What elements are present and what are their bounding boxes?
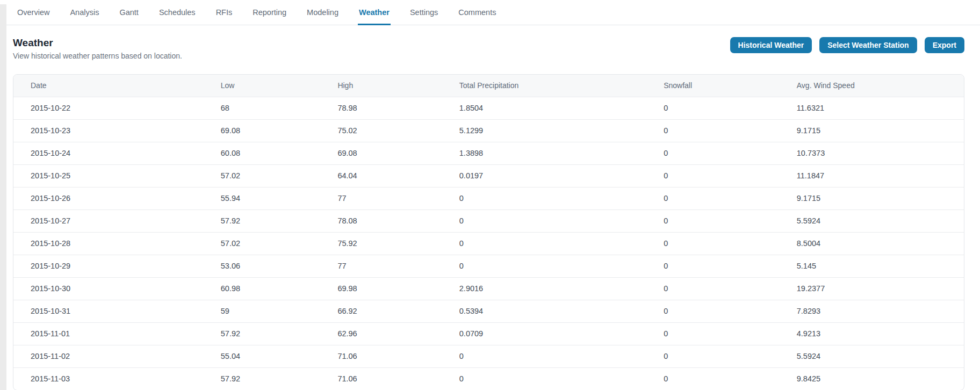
table-row: 2015-10-2460.0869.081.3898010.7373 bbox=[13, 142, 964, 164]
cell-avg-wind-speed: 9.8425 bbox=[780, 367, 964, 390]
cell-snowfall: 0 bbox=[646, 210, 780, 232]
cell-snowfall: 0 bbox=[646, 345, 780, 367]
main-container: OverviewAnalysisGanttSchedulesRFIsReport… bbox=[6, 0, 980, 390]
page-subtitle: View historical weather patterns based o… bbox=[13, 50, 182, 61]
cell-snowfall: 0 bbox=[646, 322, 780, 345]
tab-modeling[interactable]: Modeling bbox=[306, 8, 340, 25]
cell-snowfall: 0 bbox=[646, 119, 780, 142]
table-row: 2015-10-2757.9278.08005.5924 bbox=[13, 210, 964, 232]
cell-high: 77 bbox=[320, 255, 442, 277]
action-buttons: Historical WeatherSelect Weather Station… bbox=[730, 37, 964, 53]
column-header-avg-wind-speed: Avg. Wind Speed bbox=[780, 75, 964, 97]
cell-high: 75.92 bbox=[320, 232, 442, 255]
cell-low: 59 bbox=[204, 300, 321, 322]
cell-low: 55.94 bbox=[204, 187, 321, 210]
cell-snowfall: 0 bbox=[646, 232, 780, 255]
page-header-text: Weather View historical weather patterns… bbox=[13, 37, 182, 61]
cell-date: 2015-10-25 bbox=[13, 164, 204, 187]
table-row: 2015-10-226878.981.8504011.6321 bbox=[13, 97, 964, 119]
cell-snowfall: 0 bbox=[646, 300, 780, 322]
cell-avg-wind-speed: 5.145 bbox=[780, 255, 964, 277]
cell-snowfall: 0 bbox=[646, 164, 780, 187]
cell-low: 69.08 bbox=[204, 119, 321, 142]
table-row: 2015-10-2857.0275.92008.5004 bbox=[13, 232, 964, 255]
tab-reporting[interactable]: Reporting bbox=[251, 8, 287, 25]
cell-snowfall: 0 bbox=[646, 367, 780, 390]
page-header: Weather View historical weather patterns… bbox=[13, 37, 964, 61]
cell-date: 2015-11-03 bbox=[13, 367, 204, 390]
cell-low: 57.92 bbox=[204, 322, 321, 345]
cell-total-precipitation: 0 bbox=[442, 345, 646, 367]
cell-avg-wind-speed: 5.5924 bbox=[780, 345, 964, 367]
tab-schedules[interactable]: Schedules bbox=[158, 8, 197, 25]
weather-table-container: DateLowHighTotal PrecipitationSnowfallAv… bbox=[13, 74, 964, 390]
cell-total-precipitation: 0 bbox=[442, 210, 646, 232]
cell-high: 77 bbox=[320, 187, 442, 210]
cell-avg-wind-speed: 8.5004 bbox=[780, 232, 964, 255]
cell-snowfall: 0 bbox=[646, 142, 780, 164]
cell-date: 2015-10-26 bbox=[13, 187, 204, 210]
historical-weather-button[interactable]: Historical Weather bbox=[730, 37, 812, 53]
cell-avg-wind-speed: 7.8293 bbox=[780, 300, 964, 322]
cell-high: 78.98 bbox=[320, 97, 442, 119]
cell-high: 78.08 bbox=[320, 210, 442, 232]
cell-snowfall: 0 bbox=[646, 255, 780, 277]
table-row: 2015-11-0357.9271.06009.8425 bbox=[13, 367, 964, 390]
cell-snowfall: 0 bbox=[646, 187, 780, 210]
cell-snowfall: 0 bbox=[646, 97, 780, 119]
cell-avg-wind-speed: 4.9213 bbox=[780, 322, 964, 345]
cell-low: 55.04 bbox=[204, 345, 321, 367]
column-header-total-precipitation: Total Precipitation bbox=[442, 75, 646, 97]
cell-low: 60.08 bbox=[204, 142, 321, 164]
column-header-snowfall: Snowfall bbox=[646, 75, 780, 97]
export-button[interactable]: Export bbox=[925, 37, 964, 53]
table-row: 2015-10-2953.0677005.145 bbox=[13, 255, 964, 277]
cell-date: 2015-10-31 bbox=[13, 300, 204, 322]
tab-overview[interactable]: Overview bbox=[16, 8, 51, 25]
cell-total-precipitation: 5.1299 bbox=[442, 119, 646, 142]
cell-high: 66.92 bbox=[320, 300, 442, 322]
cell-high: 62.96 bbox=[320, 322, 442, 345]
tab-rfis[interactable]: RFIs bbox=[215, 8, 234, 25]
cell-date: 2015-10-24 bbox=[13, 142, 204, 164]
tab-comments[interactable]: Comments bbox=[457, 8, 497, 25]
cell-avg-wind-speed: 9.1715 bbox=[780, 187, 964, 210]
weather-table: DateLowHighTotal PrecipitationSnowfallAv… bbox=[13, 75, 964, 390]
cell-low: 57.92 bbox=[204, 367, 321, 390]
cell-date: 2015-10-29 bbox=[13, 255, 204, 277]
cell-avg-wind-speed: 9.1715 bbox=[780, 119, 964, 142]
tab-bar: OverviewAnalysisGanttSchedulesRFIsReport… bbox=[6, 0, 980, 25]
cell-low: 68 bbox=[204, 97, 321, 119]
tab-settings[interactable]: Settings bbox=[409, 8, 439, 25]
cell-low: 57.02 bbox=[204, 164, 321, 187]
cell-high: 75.02 bbox=[320, 119, 442, 142]
tab-gantt[interactable]: Gantt bbox=[118, 8, 139, 25]
table-row: 2015-10-2655.9477009.1715 bbox=[13, 187, 964, 210]
cell-total-precipitation: 1.3898 bbox=[442, 142, 646, 164]
cell-high: 69.98 bbox=[320, 277, 442, 300]
cell-total-precipitation: 1.8504 bbox=[442, 97, 646, 119]
cell-low: 53.06 bbox=[204, 255, 321, 277]
table-row: 2015-10-2557.0264.040.0197011.1847 bbox=[13, 164, 964, 187]
cell-date: 2015-10-30 bbox=[13, 277, 204, 300]
table-row: 2015-10-2369.0875.025.129909.1715 bbox=[13, 119, 964, 142]
header-row: DateLowHighTotal PrecipitationSnowfallAv… bbox=[13, 75, 964, 97]
tab-analysis[interactable]: Analysis bbox=[69, 8, 100, 25]
cell-low: 60.98 bbox=[204, 277, 321, 300]
cell-high: 71.06 bbox=[320, 367, 442, 390]
column-header-low: Low bbox=[204, 75, 321, 97]
table-row: 2015-10-3060.9869.982.9016019.2377 bbox=[13, 277, 964, 300]
tab-weather[interactable]: Weather bbox=[358, 8, 391, 25]
cell-total-precipitation: 0.0197 bbox=[442, 164, 646, 187]
select-weather-station-button[interactable]: Select Weather Station bbox=[819, 37, 917, 53]
cell-avg-wind-speed: 19.2377 bbox=[780, 277, 964, 300]
cell-date: 2015-10-27 bbox=[13, 210, 204, 232]
cell-date: 2015-10-22 bbox=[13, 97, 204, 119]
cell-avg-wind-speed: 5.5924 bbox=[780, 210, 964, 232]
cell-avg-wind-speed: 11.1847 bbox=[780, 164, 964, 187]
cell-date: 2015-11-02 bbox=[13, 345, 204, 367]
cell-date: 2015-10-28 bbox=[13, 232, 204, 255]
column-header-high: High bbox=[320, 75, 442, 97]
cell-low: 57.02 bbox=[204, 232, 321, 255]
weather-table-header: DateLowHighTotal PrecipitationSnowfallAv… bbox=[13, 75, 964, 97]
